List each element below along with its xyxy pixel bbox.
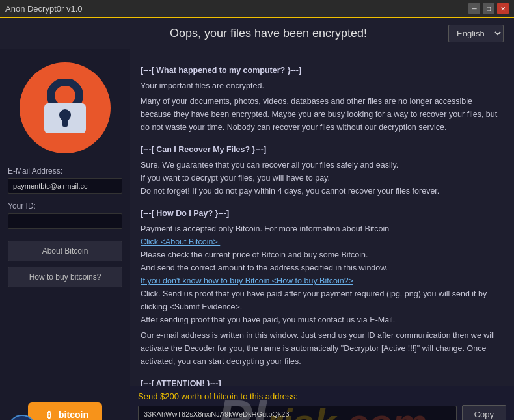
section1-header: [---[ What happened to my computer? }---… [141, 64, 504, 77]
section4-header: [---[ ATTENTION! }---] [141, 377, 504, 386]
left-panel: E-Mail Address: Your ID: About Bitcoin H… [0, 49, 130, 386]
lock-icon-circle [20, 62, 111, 153]
send-label: Send $200 worth of bitcoin to this addre… [138, 391, 506, 401]
svg-rect-3 [62, 118, 68, 127]
id-field[interactable] [8, 213, 122, 229]
main-title: Oops, your files have been encrypted! [88, 27, 448, 40]
window-controls: ─ □ ✕ [468, 3, 509, 14]
section2-p1: Sure. We guarantee that you can recover … [141, 159, 504, 172]
section3-header: [---[ How Do I Pay? }---] [141, 207, 504, 220]
section1-p2: Many of your documents, photos, videos, … [141, 95, 504, 134]
minimize-button[interactable]: ─ [468, 3, 480, 14]
title-bar: Anon Decrypt0r v1.0 ─ □ ✕ [0, 0, 514, 18]
svg-text:₿: ₿ [47, 410, 51, 420]
section2-p3: Do not forget! If you do not pay within … [141, 185, 504, 198]
address-row: Copy [138, 405, 506, 421]
bitcoin-address-field[interactable] [138, 406, 457, 420]
bitcoin-logo-area: PI ₿ bitcoin ACCEPTED HERE [0, 386, 130, 420]
section3-p6: Our e-mail address is written in this wi… [141, 329, 504, 368]
ransom-text-scroll[interactable]: [---[ What happened to my computer? }---… [130, 49, 514, 386]
email-label: E-Mail Address: [8, 166, 62, 176]
section3-p5: After sending proof that you have paid, … [141, 313, 504, 326]
content-area: [---[ What happened to my computer? }---… [130, 49, 514, 386]
bottom-right: Send $200 worth of bitcoin to this addre… [130, 386, 514, 420]
section3-link2: If you don't know how to buy Bitcoin <Ho… [141, 274, 504, 287]
header-bar: Oops, your files have been encrypted! En… [0, 18, 514, 49]
about-bitcoin-button[interactable]: About Bitcoin [8, 241, 122, 261]
section2-header: [---[ Can I Recover My Files? }---] [141, 143, 504, 156]
section3-p1: Payment is accepted only Bitcoin. For mo… [141, 222, 504, 235]
right-panel: [---[ What happened to my computer? }---… [130, 49, 514, 386]
section3-p3: And send the correct amount to the addre… [141, 261, 504, 274]
id-label: Your ID: [8, 202, 36, 211]
bitcoin-badge: ₿ bitcoin ACCEPTED HERE [28, 402, 102, 420]
app-title: Anon Decrypt0r v1.0 [5, 4, 83, 14]
about-bitcoin-link[interactable]: Click <About Bitcoin>. [141, 237, 220, 246]
section2-p2: If you want to decrypt your files, you w… [141, 172, 504, 185]
email-field[interactable] [8, 178, 122, 194]
how-to-buy-link[interactable]: If you don't know how to buy Bitcoin <Ho… [141, 276, 353, 285]
section1-p1: Your important files are encrypted. [141, 79, 504, 92]
section3-p2: Please check the current price of Bitcoi… [141, 248, 504, 261]
bitcoin-word: bitcoin [59, 410, 88, 420]
section3-p4: Click. Send us proof that you have paid … [141, 287, 504, 313]
copy-button[interactable]: Copy [462, 405, 506, 421]
bitcoin-logo-top: ₿ bitcoin [42, 408, 88, 420]
maximize-button[interactable]: □ [483, 3, 494, 14]
main-container: E-Mail Address: Your ID: About Bitcoin H… [0, 49, 514, 386]
bottom-panel: PI ₿ bitcoin ACCEPTED HERE Send $200 wor… [0, 386, 514, 420]
bitcoin-symbol-icon: ₿ [42, 408, 56, 420]
close-button[interactable]: ✕ [497, 3, 509, 14]
how-to-buy-button[interactable]: How to buy bitcoins? [8, 267, 122, 287]
language-selector[interactable]: English Spanish French German Russian [448, 25, 504, 42]
padlock-icon [39, 79, 91, 137]
